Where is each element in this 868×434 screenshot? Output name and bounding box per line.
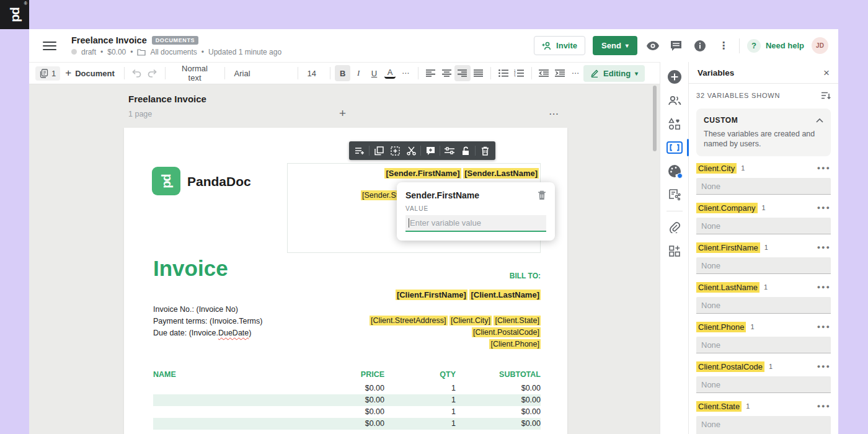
variable-value-field[interactable]: None — [696, 218, 831, 234]
variable-menu-icon[interactable]: ●●● — [817, 205, 831, 211]
client-address[interactable]: [Client.StreetAddress] [Client.City] [Cl… — [370, 315, 541, 350]
unlock-icon[interactable] — [458, 143, 474, 159]
design-theme-icon[interactable] — [665, 162, 684, 180]
align-center-button[interactable] — [439, 65, 454, 81]
sender-lastname-variable[interactable]: [Sender.LastName] — [463, 168, 539, 179]
variable-name-chip[interactable]: Client.LastName — [696, 282, 760, 293]
contacts-icon[interactable] — [665, 91, 684, 110]
align-left-button[interactable] — [423, 65, 438, 81]
variable-value-field[interactable]: None — [696, 257, 831, 274]
attachments-icon[interactable] — [665, 218, 684, 237]
add-section-icon[interactable]: + — [339, 107, 346, 120]
variable-menu-icon[interactable]: ●●● — [817, 165, 831, 171]
variable-value-field[interactable]: None — [696, 376, 831, 393]
numbered-list-button[interactable]: 123 — [511, 65, 526, 81]
table-row[interactable]: $0.00 1 $0.00 — [153, 406, 541, 418]
invoice-meta[interactable]: Invoice No.: (Invoice No) Payment terms:… — [153, 304, 262, 339]
comments-icon[interactable] — [668, 38, 684, 54]
table-row[interactable]: $0.00 1 $0.00 — [153, 418, 541, 430]
variable-name-chip[interactable]: Client.State — [696, 401, 742, 412]
cut-icon[interactable] — [403, 143, 419, 159]
underline-button[interactable]: U — [366, 65, 382, 81]
section-more-icon[interactable]: ⋯ — [549, 108, 559, 120]
popup-delete-icon[interactable] — [538, 190, 546, 200]
align-right-button[interactable] — [454, 65, 470, 81]
kebab-menu-icon[interactable]: ⋮ — [715, 38, 732, 54]
page-count-button[interactable]: 1 — [35, 66, 60, 81]
variable-menu-icon[interactable]: ●●● — [817, 403, 831, 409]
variable-menu-icon[interactable]: ●●● — [817, 244, 831, 250]
pandadoc-logo[interactable]: pd ® — [0, 0, 29, 29]
folder-label[interactable]: All documents — [150, 48, 197, 56]
variable-name-chip[interactable]: Client.Company — [696, 203, 758, 213]
invoice-heading[interactable]: Invoice — [153, 256, 228, 281]
font-size-select[interactable]: 14 — [303, 66, 326, 81]
custom-section-header[interactable]: CUSTOM — [704, 116, 823, 125]
client-postalcode-variable[interactable]: [Client.PostalCode] — [472, 327, 541, 337]
need-help-button[interactable]: ? Need help — [747, 39, 804, 53]
sender-firstname-variable[interactable]: [Sender.FirstName] — [384, 168, 461, 179]
amount-text[interactable]: $0.00 — [107, 48, 126, 56]
variables-icon[interactable] — [665, 138, 684, 157]
pricing-table[interactable]: NAME PRICE QTY SUBTOTAL $0.00 1 $0.00 — [153, 370, 541, 430]
variable-name-chip[interactable]: Client.Phone — [696, 322, 746, 332]
more-toolbar-options-icon[interactable]: ⋯ — [568, 65, 583, 81]
justify-button[interactable] — [471, 65, 486, 81]
indent-button[interactable] — [552, 65, 567, 81]
more-text-options-icon[interactable]: ⋯ — [398, 65, 414, 81]
outdent-button[interactable] — [536, 65, 552, 81]
client-state-variable[interactable]: [Client.State] — [494, 316, 541, 326]
send-button[interactable]: Send ▾ — [593, 36, 637, 55]
font-family-select[interactable]: Arial — [229, 66, 293, 81]
bold-button[interactable]: B — [335, 65, 350, 81]
fields-icon[interactable] — [665, 185, 684, 204]
variable-name-chip[interactable]: Client.PostalCode — [696, 361, 764, 372]
undo-icon[interactable] — [129, 65, 144, 81]
invite-button[interactable]: Invite — [534, 36, 585, 55]
variable-menu-icon[interactable]: ●●● — [817, 324, 831, 330]
canvas-scrollbar[interactable] — [653, 86, 657, 151]
client-street-variable[interactable]: [Client.StreetAddress] — [370, 316, 448, 326]
info-icon[interactable] — [692, 38, 708, 54]
sort-filter-icon[interactable] — [821, 91, 831, 100]
content-library-icon[interactable] — [665, 115, 684, 133]
variable-value-input[interactable]: Enter variable value — [405, 215, 546, 232]
close-icon[interactable]: × — [823, 68, 830, 78]
redo-icon[interactable] — [144, 65, 160, 81]
properties-icon[interactable] — [441, 143, 458, 159]
integrations-icon[interactable] — [665, 242, 684, 260]
sender-street-variable[interactable]: [Sender.St — [361, 190, 399, 200]
variable-name-chip[interactable]: Client.City — [696, 163, 737, 174]
variable-value-field[interactable]: None — [696, 337, 831, 353]
client-phone-variable[interactable]: [Client.Phone] — [489, 339, 541, 349]
variable-menu-icon[interactable]: ●●● — [817, 363, 831, 370]
save-to-library-icon[interactable] — [387, 143, 403, 159]
add-row-icon[interactable] — [352, 143, 368, 159]
bullet-list-button[interactable] — [495, 65, 511, 81]
menu-icon[interactable] — [43, 42, 56, 50]
add-content-icon[interactable] — [665, 68, 684, 86]
document-title[interactable]: Freelance Invoice — [71, 35, 147, 45]
variable-value-field[interactable]: None — [696, 297, 831, 314]
editing-mode-button[interactable]: Editing ▾ — [583, 65, 645, 82]
client-city-variable[interactable]: [Client.City] — [450, 316, 492, 326]
brand-name[interactable]: PandaDoc — [187, 174, 251, 189]
variable-menu-icon[interactable]: ●●● — [817, 284, 831, 290]
duplicate-icon[interactable] — [371, 143, 387, 159]
table-row[interactable]: $0.00 1 $0.00 — [153, 394, 541, 406]
avatar[interactable]: JD — [812, 37, 828, 54]
paragraph-style-select[interactable]: Normal text — [170, 61, 220, 85]
variable-name-chip[interactable]: Client.FirstName — [696, 242, 760, 253]
add-document-button[interactable]: + Document — [60, 64, 120, 82]
client-lastname-variable[interactable]: [Client.LastName] — [469, 290, 541, 300]
variable-value-field[interactable]: None — [696, 178, 831, 195]
bill-to-label[interactable]: BILL TO: — [510, 272, 541, 280]
client-firstname-variable[interactable]: [Client.FirstName] — [396, 290, 467, 300]
delete-icon[interactable] — [477, 143, 493, 159]
table-row[interactable]: $0.00 1 $0.00 — [153, 383, 541, 394]
italic-button[interactable]: I — [350, 65, 366, 81]
text-color-button[interactable]: A — [384, 68, 396, 79]
add-comment-icon[interactable] — [422, 143, 438, 159]
pandadoc-doc-logo[interactable]: pd — [152, 167, 180, 195]
preview-eye-icon[interactable] — [645, 38, 661, 54]
